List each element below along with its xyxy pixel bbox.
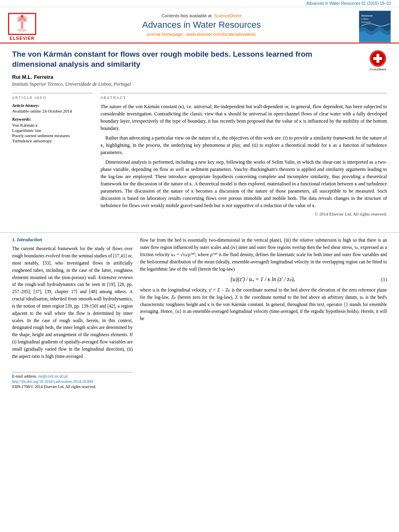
citation-text: Advances in Water Resources 81 (2015) 19… xyxy=(306,1,391,6)
intro-right-para-1: flow far from the bed is essentially two… xyxy=(140,237,387,273)
citation-bar: Advances in Water Resources 81 (2015) 19… xyxy=(0,0,399,7)
svg-rect-18 xyxy=(373,57,382,60)
article-title-block: The von Kármán constant for flows over r… xyxy=(12,49,387,69)
sciencedirect-label: Contents lists available at xyxy=(162,13,212,18)
history-value: Available online 24 October 2014 xyxy=(12,109,93,113)
equation-1-number: (1) xyxy=(381,277,387,283)
intro-left-para-1: The current theoretical framework for th… xyxy=(12,245,133,360)
homepage-label: journal homepage: xyxy=(147,32,184,37)
intro-left-text: The current theoretical framework for th… xyxy=(12,245,133,360)
body-columns: 1. Introduction The current theoretical … xyxy=(0,237,399,389)
email-address[interactable]: rui@civil.ist.utl.pt xyxy=(38,374,68,378)
journal-center: Contents lists available at ScienceDirec… xyxy=(44,13,359,40)
abstract-para-2: Rather than advocating a particular view… xyxy=(101,134,387,156)
keywords-label: Keywords: xyxy=(12,117,93,121)
keyword-2: Logarithmic law xyxy=(12,128,93,133)
svg-point-10 xyxy=(21,15,23,17)
abstract-label: ABSTRACT xyxy=(101,96,387,100)
intro-right-para-2: where u is the longitudinal velocity, z'… xyxy=(140,287,387,322)
svg-text:Resources: Resources xyxy=(361,21,371,23)
journal-homepage: journal homepage: www.elsevier.com/locat… xyxy=(44,32,359,37)
abstract-text: The nature of the von Kármán constant (κ… xyxy=(101,103,387,209)
keyword-1: Von Kármán κ xyxy=(12,123,93,127)
section-divider xyxy=(0,232,399,233)
body-left-column: 1. Introduction The current theoretical … xyxy=(12,237,133,389)
article-content: The von Kármán constant for flows over r… xyxy=(0,43,399,228)
elsevier-logo-image xyxy=(8,13,36,35)
info-abstract-columns: ARTICLE INFO Article history: Available … xyxy=(12,93,387,216)
svg-text:Advances: Advances xyxy=(361,14,373,17)
sciencedirect-link[interactable]: ScienceDirect xyxy=(214,13,242,18)
history-label: Article history: xyxy=(12,103,93,108)
intro-right-text: flow far from the bed is essentially two… xyxy=(140,237,387,273)
author-affiliation: Instituto Superior Técnico, Universidade… xyxy=(12,81,387,87)
issn-text: 0309-1708/© 2014 Elsevier Ltd. All right… xyxy=(12,384,133,389)
elsevier-logo: ELSEVIER xyxy=(8,13,36,41)
crossmark-label: CrossMark xyxy=(370,68,386,72)
svg-point-5 xyxy=(17,29,27,32)
elsevier-brand-text: ELSEVIER xyxy=(10,36,35,41)
author-name: Rui M.L. Ferreira xyxy=(12,74,387,80)
doi-link[interactable]: http://dx.doi.org/10.1016/j.advwatres.20… xyxy=(12,379,133,384)
crossmark-badge: CrossMark xyxy=(369,49,387,72)
journal-header: ELSEVIER Contents lists available at Sci… xyxy=(0,7,399,43)
homepage-url[interactable]: www.elsevier.com/locate/advwatres xyxy=(186,32,256,37)
article-info-label: ARTICLE INFO xyxy=(12,96,93,100)
intro-heading: 1. Introduction xyxy=(12,237,133,243)
intro-right-text-2: where u is the longitudinal velocity, z'… xyxy=(140,287,387,322)
abstract-column: ABSTRACT The nature of the von Kármán co… xyxy=(101,93,387,216)
email-footnote: E-mail address: rui@civil.ist.utl.pt xyxy=(12,374,133,378)
abstract-para-1: The nature of the von Kármán constant (κ… xyxy=(101,103,387,132)
svg-rect-4 xyxy=(21,22,23,29)
article-title-text: The von Kármán constant for flows over r… xyxy=(12,50,312,68)
abstract-para-3: Dimensional analysis is performed, inclu… xyxy=(101,158,387,209)
journal-title-header: Advances in Water Resources xyxy=(44,20,359,30)
footnote-area: E-mail address: rui@civil.ist.utl.pt htt… xyxy=(12,372,133,389)
journal-thumbnail: Advances in Water Resources xyxy=(359,10,391,43)
page: Advances in Water Resources 81 (2015) 19… xyxy=(0,0,399,389)
article-info-column: ARTICLE INFO Article history: Available … xyxy=(12,93,93,216)
svg-text:in Water: in Water xyxy=(361,18,369,20)
equation-1-block: {u}(z') / u* = 1 / κ ln (z' / z₀), (1) xyxy=(140,276,387,283)
body-right-column: flow far from the bed is essentially two… xyxy=(140,237,387,389)
keyword-4: Turbulence anisotropy xyxy=(12,138,93,143)
equation-1-content: {u}(z') / u* = 1 / κ ln (z' / z₀), xyxy=(144,276,381,283)
sciencedirect-line: Contents lists available at ScienceDirec… xyxy=(44,13,359,18)
copyright-line: © 2014 Elsevier Ltd. All rights reserved… xyxy=(101,212,387,216)
email-label: E-mail address: xyxy=(12,374,37,378)
keyword-3: Poorly-sorted sediment mixtures xyxy=(12,133,93,138)
